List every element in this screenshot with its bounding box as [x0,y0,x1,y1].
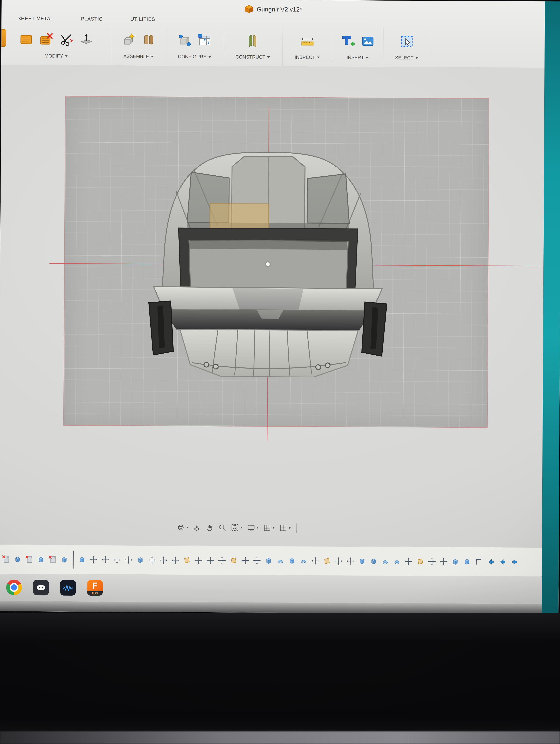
move-feature-icon[interactable] [159,556,168,565]
viewports-button[interactable] [279,524,291,532]
move-feature-icon[interactable] [148,556,156,564]
insert-derive-icon[interactable] [339,30,357,52]
move-feature-icon[interactable] [194,556,203,565]
grid-display-button[interactable] [263,524,275,532]
dropdown-caret-icon [240,527,243,528]
discord-taskbar-icon[interactable] [33,580,49,595]
joint-icon[interactable] [140,29,158,51]
timeline-position-marker[interactable] [73,551,74,569]
fillet-feature-icon[interactable] [474,557,483,566]
surface-feature-icon[interactable] [276,556,285,565]
body-feature-icon[interactable] [451,557,460,566]
body-feature-icon[interactable] [288,556,296,565]
new-component-icon[interactable] [120,29,137,51]
display-settings-button[interactable] [247,524,259,532]
pan-button[interactable] [205,523,214,532]
look-at-button[interactable] [193,523,201,532]
move-feature-icon[interactable] [241,556,250,565]
configure-icon[interactable] [176,29,193,51]
hole-feature-icon[interactable] [509,558,518,566]
document-cube-icon [244,5,254,14]
tab-utilities[interactable]: UTILITIES [130,16,155,22]
fusion-window: Gungnir V2 v12* SHEET METAL PLASTIC UTIL… [0,0,545,614]
suppressed-feature-icon[interactable] [2,555,10,564]
dropdown-caret-icon [273,527,275,529]
flat-pattern-icon[interactable] [77,29,95,51]
move-feature-icon[interactable] [124,556,133,564]
chrome-taskbar-icon[interactable] [6,580,22,595]
ribbon-group-assemble: ASSEMBLE [111,27,166,66]
move-feature-icon[interactable] [89,555,98,564]
body-feature-icon[interactable] [78,555,86,564]
body-feature-icon[interactable] [264,556,273,565]
rip-scissors-icon[interactable] [57,29,75,51]
construct-dropdown[interactable]: CONSTRUCT [236,54,270,60]
plane-feature-icon[interactable] [183,556,191,565]
canvas-image-icon[interactable] [359,30,376,52]
move-feature-icon[interactable] [206,556,215,565]
body-feature-icon[interactable] [37,555,45,564]
body-feature-icon[interactable] [60,555,69,564]
document-title: Gungnir V2 v12* [257,6,302,13]
body-feature-icon[interactable] [136,556,145,564]
ribbon: MODIFY [1,26,545,68]
assemble-dropdown[interactable]: ASSEMBLE [123,53,154,59]
measure-icon[interactable] [298,30,316,52]
move-feature-icon[interactable] [101,555,110,564]
modify-dropdown[interactable]: MODIFY [44,53,68,59]
configure-label: CONFIGURE [178,54,206,60]
move-feature-icon[interactable] [218,556,227,565]
body-feature-icon[interactable] [463,557,471,566]
insert-dropdown[interactable]: INSERT [347,55,369,61]
surface-feature-icon[interactable] [393,557,401,566]
select-window-icon[interactable] [398,31,415,52]
tab-plastic[interactable]: PLASTIC [81,16,103,22]
surface-feature-icon[interactable] [299,557,308,565]
fusion360-taskbar-icon[interactable]: F FUS [87,580,103,596]
orbit-button[interactable] [177,523,188,531]
dropdown-caret-icon [151,55,154,58]
flange-icon[interactable] [17,29,35,50]
move-feature-icon[interactable] [404,557,413,566]
ribbon-group-configure: CONFIGURE [166,27,223,66]
model-viewport[interactable] [0,65,545,548]
move-feature-icon[interactable] [346,557,355,565]
body-feature-icon[interactable] [13,555,22,564]
plane-feature-icon[interactable] [416,557,425,566]
photo-backdrop: Gungnir V2 v12* SHEET METAL PLASTIC UTIL… [0,0,560,744]
plane-feature-icon[interactable] [323,557,331,565]
suppressed-feature-icon[interactable] [48,555,57,564]
construct-label: CONSTRUCT [236,54,265,60]
construct-plane-icon[interactable] [244,30,262,52]
move-feature-icon[interactable] [113,555,121,564]
dropdown-caret-icon [415,57,418,59]
hole-feature-icon[interactable] [498,557,507,566]
configuration-table-icon[interactable] [196,30,213,51]
hole-feature-icon[interactable] [486,557,495,566]
tab-sheet-metal[interactable]: SHEET METAL [17,16,53,22]
move-feature-icon[interactable] [334,557,343,565]
plane-feature-icon[interactable] [229,556,238,565]
navigation-bar [177,523,297,533]
select-label: SELECT [395,55,413,61]
zoom-button[interactable] [218,523,227,532]
fit-button[interactable] [231,524,243,532]
dropdown-caret-icon [186,527,188,528]
delete-face-icon[interactable] [37,29,55,51]
suppressed-feature-icon[interactable] [25,555,34,564]
surface-feature-icon[interactable] [381,557,390,566]
move-feature-icon[interactable] [439,557,448,566]
move-feature-icon[interactable] [253,556,262,565]
move-feature-icon[interactable] [311,557,320,565]
navbar-divider [296,523,297,533]
modify-label: MODIFY [44,53,63,59]
laptop-chassis [0,613,560,744]
body-feature-icon[interactable] [358,557,366,565]
select-dropdown[interactable]: SELECT [395,55,418,61]
configure-dropdown[interactable]: CONFIGURE [178,54,211,60]
move-feature-icon[interactable] [428,557,436,566]
waveform-app-taskbar-icon[interactable] [60,580,76,596]
body-feature-icon[interactable] [369,557,378,566]
inspect-dropdown[interactable]: INSPECT [294,54,320,60]
move-feature-icon[interactable] [171,556,180,565]
